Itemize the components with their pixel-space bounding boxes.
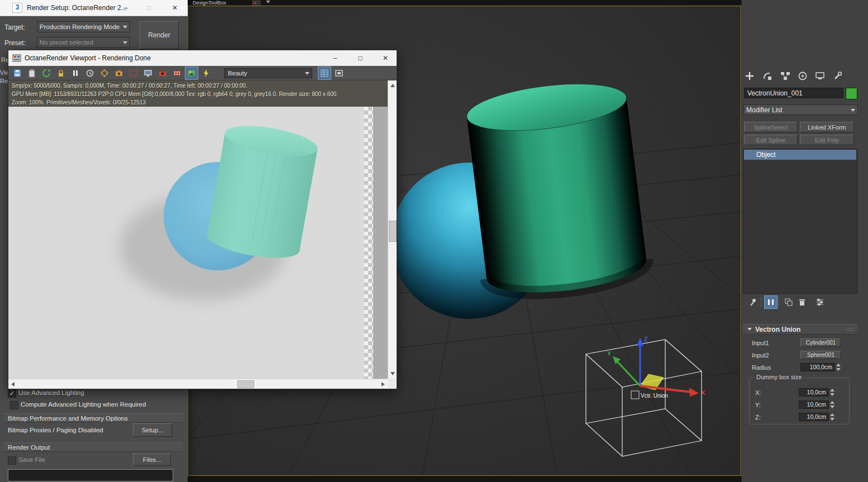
- chevron-down-icon: [305, 72, 309, 75]
- viewport-bottom-strip: [188, 476, 741, 482]
- use-advanced-lighting-checkbox[interactable]: ✓: [8, 389, 16, 398]
- render-camera-icon[interactable]: [156, 66, 169, 80]
- radius-spinner-arrows[interactable]: [835, 363, 841, 371]
- minimize-button[interactable]: –: [329, 54, 341, 63]
- y-value[interactable]: 10,0cm: [799, 400, 829, 409]
- texture-environment-icon[interactable]: [185, 66, 198, 80]
- copy-icon[interactable]: [25, 66, 39, 80]
- maximize-button[interactable]: □: [354, 54, 366, 63]
- modifier-list-dropdown[interactable]: Modifier List: [743, 104, 858, 115]
- render-setup-title: Render Setup: OctaneRender 2...: [27, 4, 127, 12]
- bitmap-options-header[interactable]: Bitmap Performance and Memory Options: [3, 413, 183, 423]
- save-icon[interactable]: [11, 66, 24, 80]
- chevron-down-icon[interactable]: [266, 1, 270, 3]
- display-tab-icon[interactable]: [813, 69, 827, 83]
- render-output-header[interactable]: Render Output: [3, 442, 183, 452]
- compute-advanced-lighting-checkbox[interactable]: [10, 401, 18, 409]
- radius-spinner[interactable]: 100,0cm: [800, 363, 841, 371]
- scroll-right-icon[interactable]: [381, 382, 385, 386]
- y-spinner-arrows[interactable]: [829, 400, 835, 409]
- hierarchy-tab-icon[interactable]: [779, 69, 792, 83]
- scroll-left-icon[interactable]: [11, 382, 15, 386]
- render-button[interactable]: Render: [140, 21, 179, 49]
- close-button[interactable]: ✕: [169, 3, 181, 12]
- create-tab-icon[interactable]: [743, 69, 756, 83]
- vertical-scrollbar[interactable]: [388, 80, 397, 379]
- edit-spline-button[interactable]: Edit Spline: [744, 135, 798, 145]
- object-color-swatch[interactable]: [846, 88, 857, 99]
- maximize-button[interactable]: □: [143, 3, 155, 12]
- pin-stack-icon[interactable]: [746, 295, 760, 309]
- object-name-field[interactable]: VectronUnion_001: [744, 88, 843, 98]
- vectron-union-rollout-header[interactable]: Vectron Union ∷∷: [743, 324, 857, 335]
- z-value[interactable]: 10,0cm: [799, 413, 829, 421]
- render-passes-table-icon[interactable]: [318, 66, 331, 80]
- close-button[interactable]: ✕: [379, 54, 392, 63]
- x-value[interactable]: 10,0cm: [799, 388, 829, 397]
- rollout-drag-handle[interactable]: ∷∷: [846, 326, 854, 332]
- utilities-tab-icon[interactable]: [831, 69, 845, 83]
- target-label: Target:: [4, 23, 25, 31]
- horizontal-scroll-thumb[interactable]: [237, 380, 254, 388]
- dummy-box-size-title: Dummy box size: [754, 374, 804, 380]
- output-path-field[interactable]: [8, 469, 173, 481]
- restart-render-icon[interactable]: [40, 66, 53, 80]
- preset-dropdown[interactable]: No preset selected: [37, 37, 130, 48]
- reset-time-icon[interactable]: [83, 66, 97, 80]
- status-line-1: Smp/px: 5000/5000, Samp/s: 0,000M, Time:…: [12, 82, 393, 90]
- target-dropdown[interactable]: Production Rendering Mode: [37, 21, 130, 32]
- octane-window-icon: [12, 54, 21, 62]
- camera-icon[interactable]: [112, 66, 126, 80]
- edit-poly-button[interactable]: Edit Poly: [800, 135, 854, 145]
- minimize-button[interactable]: –: [120, 3, 132, 12]
- linked-xform-button[interactable]: Linked XForm: [800, 122, 854, 132]
- status-line-3: Zoom: 100%. Primitives/Meshes/Voxels: 0/…: [12, 98, 393, 107]
- render-setup-titlebar[interactable]: 3 Render Setup: OctaneRender 2...: [0, 0, 188, 16]
- lock-icon[interactable]: [54, 66, 68, 80]
- screen-icon[interactable]: [141, 66, 155, 80]
- render-pass-dropdown[interactable]: Beauty: [224, 68, 312, 78]
- modifier-stack-list[interactable]: Object: [743, 149, 857, 294]
- y-spinner[interactable]: 10,0cm: [799, 400, 835, 409]
- render-region-icon[interactable]: [127, 66, 140, 80]
- octane-window-title: OctaneRender Viewport - Rendering Done: [25, 54, 151, 62]
- x-spinner-arrows[interactable]: [829, 388, 835, 397]
- scroll-down-icon[interactable]: [390, 372, 395, 375]
- designtoolbox-label: DesignToolBox: [193, 0, 226, 6]
- modify-tab-icon[interactable]: [761, 69, 774, 83]
- kernel-lightning-icon[interactable]: [199, 66, 213, 80]
- radius-value[interactable]: 100,0cm: [800, 363, 835, 371]
- splineselect-button[interactable]: SplineSelect: [744, 122, 798, 132]
- rendered-image[interactable]: [8, 107, 364, 379]
- focus-picker-icon[interactable]: [98, 66, 111, 80]
- top-menu-bar: DesignToolBox: [188, 0, 741, 6]
- cylinder-object[interactable]: [464, 77, 649, 300]
- z-spinner[interactable]: 10,0cm: [799, 413, 835, 421]
- vertical-scroll-thumb[interactable]: [389, 221, 397, 242]
- chevron-down-icon: [851, 109, 855, 112]
- configure-modifier-sets-icon[interactable]: [813, 295, 827, 309]
- remove-modifier-icon[interactable]: [795, 295, 809, 309]
- axis-z-label: Z: [644, 336, 648, 342]
- z-spinner-arrows[interactable]: [829, 413, 835, 421]
- scroll-up-icon[interactable]: [390, 84, 395, 87]
- modifier-list-value: Modifier List: [746, 106, 783, 114]
- motion-tab-icon[interactable]: [796, 69, 809, 83]
- pause-render-icon[interactable]: [69, 66, 82, 80]
- files-button[interactable]: Files...: [133, 454, 171, 466]
- show-end-result-icon[interactable]: [764, 295, 778, 309]
- rollout-title: Vectron Union: [755, 326, 800, 333]
- make-unique-icon[interactable]: [782, 295, 795, 309]
- gizmo-label: Vctr. Union: [641, 393, 668, 399]
- input1-pick-button[interactable]: Cylinder001: [800, 338, 841, 347]
- designtoolbox-icon[interactable]: [252, 1, 260, 6]
- setup-button[interactable]: Setup...: [133, 423, 172, 437]
- stack-item-object[interactable]: Object: [744, 150, 856, 160]
- save-file-checkbox[interactable]: [8, 456, 16, 465]
- horizontal-scrollbar[interactable]: [8, 379, 388, 389]
- input2-pick-button[interactable]: Sphere001: [800, 351, 841, 359]
- status-line-2: GPU Mem [MB]: 1153/8931/11263 P2P:0 CPU …: [12, 90, 393, 98]
- framebuffer-icon[interactable]: [332, 66, 346, 80]
- film-icon[interactable]: [170, 66, 184, 80]
- x-spinner[interactable]: 10,0cm: [799, 388, 835, 397]
